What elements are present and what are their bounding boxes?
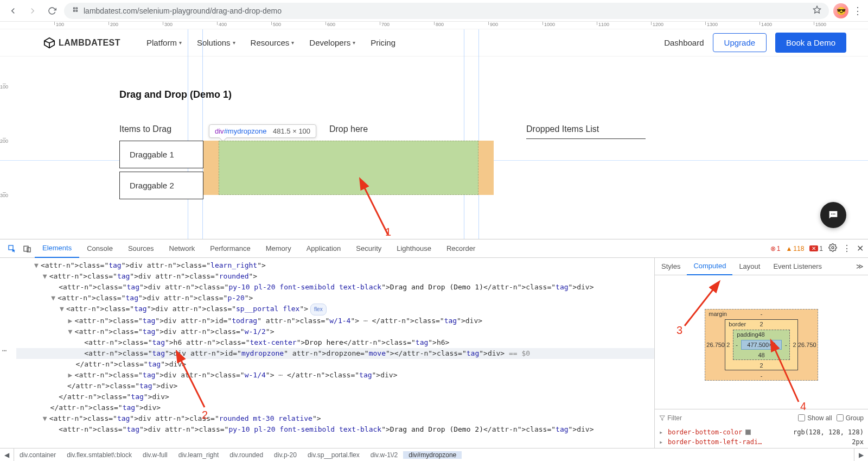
inspect-element-icon[interactable] bbox=[4, 241, 20, 256]
header-right: Dashboard Upgrade Book a Demo bbox=[664, 33, 846, 53]
breadcrumb-item[interactable]: div.sp__portal.flex bbox=[302, 451, 365, 459]
nav-item-pricing[interactable]: Pricing bbox=[371, 38, 395, 47]
breadcrumb-item[interactable]: div.w-full bbox=[137, 451, 173, 459]
site-header: LAMBDATEST Platform▾ Solutions▾ Resource… bbox=[0, 29, 868, 56]
page-viewport: 100200300 LAMBDATEST Platform▾ Solutions… bbox=[0, 29, 868, 239]
tab-security[interactable]: Security bbox=[348, 239, 389, 258]
computed-prop-row[interactable]: ▸border-bottom-left-radi… 2px bbox=[659, 437, 864, 447]
breadcrumb-item[interactable]: div.rounded bbox=[224, 451, 269, 459]
chevron-down-icon: ▾ bbox=[233, 40, 235, 46]
items-heading: Items to Drag bbox=[119, 124, 203, 134]
elements-tree[interactable]: ⋯ ▼<attr-n">class="tag">div attr-n">clas… bbox=[0, 258, 654, 448]
forward-button[interactable] bbox=[25, 3, 40, 18]
padding-overlay bbox=[219, 141, 478, 195]
styles-pane: Styles Computed Layout Event Listeners ≫… bbox=[654, 258, 868, 448]
browser-menu-icon[interactable]: ⋮ bbox=[853, 5, 863, 17]
drop-column: Drop here div#mydropzone 481.5 × 100 bbox=[203, 124, 494, 195]
close-devtools-icon[interactable]: ✕ bbox=[857, 243, 864, 254]
box-model[interactable]: margin - - 26.750 26.750 border 2 2 2 2 … bbox=[655, 275, 868, 409]
show-all-checkbox[interactable]: Show all bbox=[798, 414, 832, 422]
bookmark-star-icon[interactable] bbox=[813, 5, 821, 16]
tab-network[interactable]: Network bbox=[162, 239, 203, 258]
book-demo-button[interactable]: Book a Demo bbox=[775, 33, 846, 53]
styles-tab-layout[interactable]: Layout bbox=[732, 258, 767, 275]
error-count[interactable]: ⊗ 1 bbox=[770, 245, 781, 252]
chevron-down-icon: ▾ bbox=[179, 40, 182, 46]
upgrade-button[interactable]: Upgrade bbox=[713, 33, 767, 52]
svg-marker-13 bbox=[660, 415, 665, 420]
nav-item-resources[interactable]: Resources▾ bbox=[251, 38, 295, 47]
tab-memory[interactable]: Memory bbox=[258, 239, 299, 258]
color-swatch bbox=[745, 430, 751, 435]
tab-elements[interactable]: Elements bbox=[35, 239, 79, 258]
breadcrumb-item[interactable]: div#mydropzone bbox=[403, 451, 462, 459]
svg-marker-0 bbox=[813, 6, 820, 13]
tab-performance[interactable]: Performance bbox=[202, 239, 258, 258]
breadcrumb-item[interactable]: div.learn_right bbox=[173, 451, 224, 459]
chat-widget-button[interactable] bbox=[820, 202, 846, 228]
styles-more-icon[interactable]: ≫ bbox=[852, 262, 868, 270]
tab-lighthouse[interactable]: Lighthouse bbox=[389, 239, 439, 258]
address-bar[interactable]: lambdatest.com/selenium-playground/drag-… bbox=[64, 3, 829, 19]
breadcrumb-item[interactable]: div.flex.smtablet\:block bbox=[61, 451, 137, 459]
dom-breadcrumb[interactable]: ◀ div.containerdiv.flex.smtablet\:blockd… bbox=[0, 448, 868, 461]
annotation-label-2: 2 bbox=[202, 409, 208, 421]
annotation-label-3: 3 bbox=[676, 324, 682, 337]
computed-properties[interactable]: ▸border-bottom-color rgb(128, 128, 128) … bbox=[655, 426, 868, 448]
demo-area: Drag and Drop (Demo 1) Items to Drag Dra… bbox=[0, 56, 868, 199]
device-toolbar-icon[interactable] bbox=[20, 241, 35, 256]
styles-tab-event[interactable]: Event Listeners bbox=[767, 258, 828, 275]
filter-row: Show all Group bbox=[655, 409, 868, 426]
breadcrumb-right-icon[interactable]: ▶ bbox=[854, 449, 868, 461]
margin-overlay-right bbox=[478, 141, 494, 195]
tab-console[interactable]: Console bbox=[79, 239, 120, 258]
breadcrumb-item[interactable]: div.w-1\/2 bbox=[365, 451, 403, 459]
nav-item-developers[interactable]: Developers▾ bbox=[309, 38, 355, 47]
chevron-down-icon: ▾ bbox=[291, 40, 294, 46]
margin-overlay-left bbox=[203, 141, 219, 195]
dropzone[interactable] bbox=[203, 141, 494, 195]
tab-sources[interactable]: Sources bbox=[120, 239, 162, 258]
breadcrumb-item[interactable]: div.p-20 bbox=[269, 451, 302, 459]
dropped-column: Dropped Items List bbox=[526, 124, 646, 139]
primary-nav: Platform▾ Solutions▾ Resources▾ Develope… bbox=[146, 38, 395, 47]
filter-input[interactable] bbox=[667, 414, 794, 422]
svg-rect-7 bbox=[24, 246, 28, 251]
browser-toolbar: lambdatest.com/selenium-playground/drag-… bbox=[0, 0, 868, 22]
demo-title: Drag and Drop (Demo 1) bbox=[119, 89, 868, 100]
inspect-tooltip: div#mydropzone 481.5 × 100 bbox=[209, 124, 316, 138]
nav-item-platform[interactable]: Platform▾ bbox=[146, 38, 182, 47]
nav-dashboard[interactable]: Dashboard bbox=[664, 38, 704, 47]
box-model-content: 477.500×0 bbox=[741, 340, 781, 350]
breadcrumb-left-icon[interactable]: ◀ bbox=[0, 449, 14, 461]
site-settings-icon bbox=[72, 7, 79, 15]
lambdatest-logo-icon bbox=[43, 37, 55, 49]
svg-point-9 bbox=[832, 247, 834, 249]
styles-tab-computed[interactable]: Computed bbox=[687, 258, 732, 275]
issue-count[interactable]: ✕ 1 bbox=[809, 245, 823, 252]
brand-logo[interactable]: LAMBDATEST bbox=[43, 37, 120, 49]
styles-tab-styles[interactable]: Styles bbox=[655, 258, 687, 275]
chat-icon bbox=[827, 209, 839, 221]
reload-button[interactable] bbox=[44, 3, 60, 18]
computed-prop-row[interactable]: ▸border-bottom-color rgb(128, 128, 128) bbox=[659, 427, 864, 437]
tab-application[interactable]: Application bbox=[299, 239, 349, 258]
tab-recorder[interactable]: Recorder bbox=[439, 239, 483, 258]
devtools-tabs: Elements Console Sources Network Perform… bbox=[0, 239, 868, 258]
items-column: Items to Drag Draggable 1 Draggable 2 bbox=[119, 124, 203, 199]
profile-avatar[interactable]: 😎 bbox=[833, 3, 848, 18]
svg-point-5 bbox=[834, 213, 835, 214]
settings-icon[interactable] bbox=[828, 243, 837, 254]
more-icon[interactable]: ⋮ bbox=[843, 243, 851, 254]
breadcrumb-item[interactable]: div.container bbox=[14, 451, 61, 459]
svg-point-3 bbox=[831, 213, 832, 214]
group-checkbox[interactable]: Group bbox=[837, 414, 864, 422]
draggable-1[interactable]: Draggable 1 bbox=[119, 141, 203, 168]
annotation-label-4: 4 bbox=[800, 400, 806, 413]
warning-count[interactable]: ▲ 118 bbox=[786, 245, 804, 252]
back-button[interactable] bbox=[5, 3, 21, 18]
dropped-heading: Dropped Items List bbox=[526, 124, 646, 139]
draggable-2[interactable]: Draggable 2 bbox=[119, 172, 203, 199]
chevron-down-icon: ▾ bbox=[353, 40, 355, 46]
svg-point-4 bbox=[833, 213, 834, 214]
